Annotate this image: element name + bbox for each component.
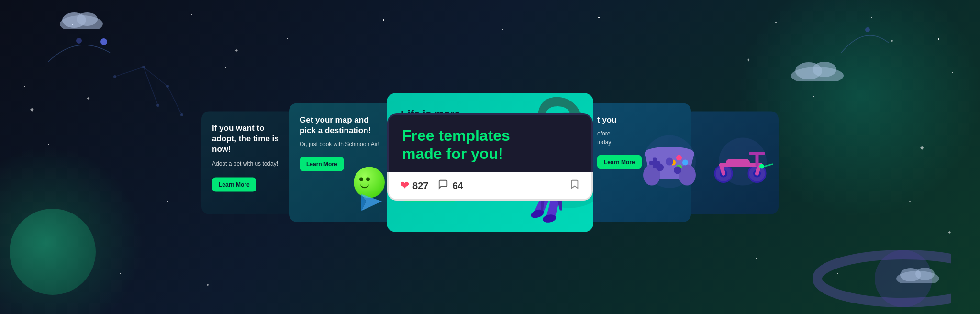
card-2-title: Get your map and pick a destination! — [300, 115, 383, 136]
card-1-title: If you want to adopt, the time is now! — [212, 123, 284, 154]
svg-point-45 — [656, 164, 664, 171]
phone-header: Free templates made for you! — [387, 113, 593, 173]
phone-title-line1: Free templates — [402, 127, 510, 144]
svg-point-53 — [759, 164, 764, 169]
phone-title: Free templates made for you! — [402, 126, 578, 163]
scooter-illustration — [712, 135, 774, 190]
card-4-title: t you — [597, 115, 680, 125]
svg-rect-52 — [726, 159, 750, 166]
gamepad-illustration — [634, 133, 705, 192]
likes-stat: ❤ 827 — [400, 179, 428, 192]
paper-plane — [359, 192, 383, 213]
heart-icon: ❤ — [400, 179, 409, 192]
svg-point-44 — [666, 158, 673, 166]
svg-point-41 — [682, 160, 688, 166]
content-area: Free templates made for you! ❤ 827 64 — [0, 0, 980, 314]
card-1-learn-more-button[interactable]: Learn More — [212, 177, 256, 191]
card-1: If you want to adopt, the time is now! A… — [201, 111, 295, 214]
card-2-subtitle: Or, just book with Schmoon Air! — [300, 141, 383, 147]
phone-title-accent: made for you! — [402, 145, 503, 162]
likes-count: 827 — [412, 180, 428, 191]
phone-footer: ❤ 827 64 — [387, 172, 593, 201]
comment-icon — [438, 179, 448, 192]
card-1-subtitle: Adopt a pet with us today! — [212, 160, 284, 167]
svg-point-46 — [674, 167, 681, 174]
svg-point-40 — [676, 155, 682, 161]
comments-count: 64 — [452, 180, 463, 191]
comments-stat: 64 — [438, 179, 463, 192]
card-2-learn-more-button[interactable]: Learn More — [300, 157, 344, 171]
bookmark-button[interactable] — [569, 179, 580, 192]
card-4: t you efore today! Learn More — [587, 103, 691, 222]
card-2: Get your map and pick a destination! Or,… — [289, 103, 393, 222]
